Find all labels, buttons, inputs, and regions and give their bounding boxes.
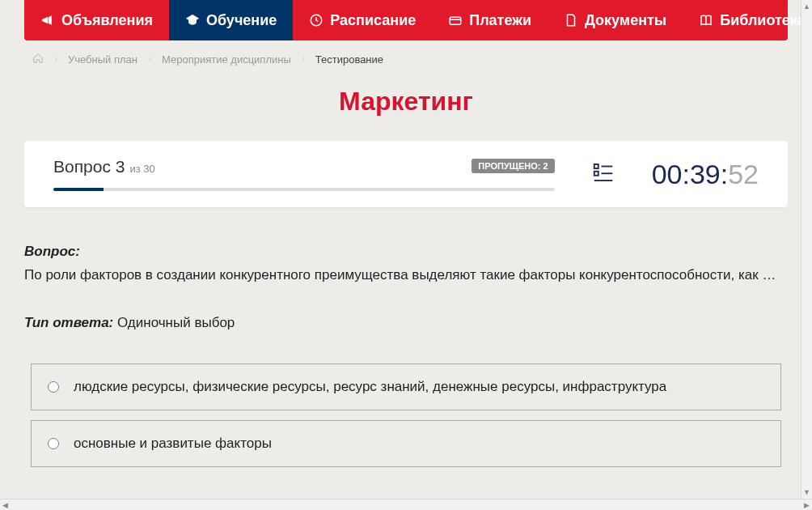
nav-announcements[interactable]: Объявления — [24, 0, 169, 40]
nav-label: Библиотека — [720, 12, 806, 29]
horizontal-scrollbar[interactable]: ◀ ▶ — [0, 499, 812, 510]
book-icon — [699, 13, 713, 28]
scroll-down-arrow[interactable]: ▼ — [803, 488, 810, 496]
nav-schedule[interactable]: Расписание — [293, 0, 432, 40]
breadcrumb-current: Тестирование — [315, 53, 383, 66]
skipped-badge: ПРОПУЩЕНО: 2 — [472, 159, 554, 173]
clock-icon — [309, 13, 324, 28]
question-label: Вопрос: — [24, 244, 788, 260]
chevron-right-icon — [299, 53, 307, 66]
option-radio[interactable] — [48, 381, 59, 393]
scroll-right-arrow[interactable]: ▶ — [804, 501, 810, 509]
breadcrumb-item-plan[interactable]: Учебный план — [68, 53, 137, 66]
progress-fill — [53, 188, 104, 191]
chevron-right-icon — [146, 53, 154, 66]
scroll-up-arrow[interactable]: ▲ — [803, 2, 810, 11]
breadcrumb: Учебный план Мероприятие дисциплины Тест… — [24, 40, 788, 79]
progress-bar — [53, 188, 555, 191]
nav-library[interactable]: Библиотека — [683, 0, 812, 40]
option-text: людские ресурсы, физические ресурсы, рес… — [74, 379, 666, 395]
option-item[interactable]: основные и развитые факторы — [31, 420, 781, 467]
megaphone-icon — [40, 13, 55, 28]
option-radio[interactable] — [48, 438, 59, 449]
timer: 00:39:52 — [652, 159, 759, 190]
card-icon — [448, 13, 463, 28]
question-number: Вопрос 3 — [53, 157, 125, 176]
nav-documents[interactable]: Документы — [548, 0, 683, 40]
nav-label: Платежи — [469, 12, 531, 29]
svg-rect-4 — [594, 164, 598, 168]
nav-label: Расписание — [330, 12, 416, 29]
answer-type-row: Тип ответа: Одиночный выбор — [24, 315, 788, 331]
nav-label: Обучение — [206, 12, 277, 29]
option-text: основные и развитые факторы — [74, 436, 272, 452]
nav-payments[interactable]: Платежи — [432, 0, 548, 40]
question-list-toggle[interactable] — [591, 160, 615, 188]
timer-sec: 52 — [728, 159, 759, 189]
page-title: Маркетинг — [24, 87, 788, 117]
question-panel: Вопрос 3 из 30 ПРОПУЩЕНО: 2 00:39:52 — [24, 141, 788, 207]
answer-type-value: Одиночный выбор — [117, 315, 235, 330]
breadcrumb-item-event[interactable]: Мероприятие дисциплины — [162, 53, 291, 66]
vertical-scrollbar[interactable]: ▲ ▼ — [801, 0, 812, 499]
question-text: По роли факторов в создании конкурентног… — [24, 265, 788, 286]
question-total: из 30 — [129, 163, 154, 175]
timer-main: 00:39: — [652, 159, 729, 189]
options-list: людские ресурсы, физические ресурсы, рес… — [24, 363, 788, 467]
main-nav: Объявления Обучение Расписание Платежи Д… — [24, 0, 788, 40]
doc-icon — [564, 13, 578, 28]
answer-type-label: Тип ответа: — [24, 315, 113, 330]
nav-label: Документы — [585, 12, 666, 29]
home-icon[interactable] — [32, 53, 44, 66]
nav-education[interactable]: Обучение — [169, 0, 293, 40]
option-item[interactable]: людские ресурсы, физические ресурсы, рес… — [31, 363, 781, 410]
svg-rect-1 — [450, 17, 461, 24]
svg-rect-6 — [594, 172, 598, 176]
chevron-right-icon — [52, 53, 60, 66]
graduation-icon — [185, 13, 200, 28]
scroll-left-arrow[interactable]: ◀ — [2, 501, 8, 509]
question-body: Вопрос: По роли факторов в создании конк… — [24, 244, 788, 331]
nav-label: Объявления — [61, 12, 153, 29]
